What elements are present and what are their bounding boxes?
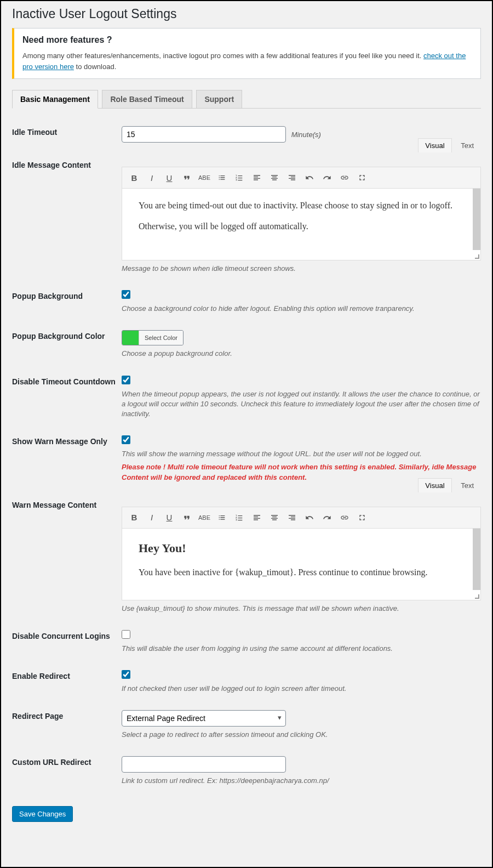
idle-message-label: Idle Message Content [12, 152, 122, 283]
color-picker[interactable]: Select Color [122, 330, 184, 345]
underline-icon[interactable]: U [162, 510, 177, 525]
idle-timeout-label: Idle Timeout [12, 120, 122, 152]
link-icon[interactable] [337, 510, 352, 525]
editor-toolbar: B I U ABE [122, 507, 480, 529]
align-center-icon[interactable] [267, 171, 282, 185]
tab-support[interactable]: Support [196, 90, 242, 109]
warn-message-label: Warn Message Content [12, 492, 122, 623]
fullscreen-icon[interactable] [354, 510, 370, 525]
align-right-icon[interactable] [284, 510, 300, 525]
fullscreen-icon[interactable] [354, 171, 370, 185]
popup-bg-label: Popup Background [12, 283, 122, 324]
redirect-page-select[interactable]: External Page Redirect [122, 710, 286, 727]
scrollbar[interactable] [473, 189, 480, 250]
popup-bg-desc: Choose a background color to hide after … [122, 304, 481, 314]
idle-message-desc: Message to be shown when idle timeout sc… [122, 264, 481, 274]
undo-icon[interactable] [302, 510, 317, 525]
disable-countdown-desc: When the timeout popup appears, the user… [122, 389, 481, 419]
nav-tabs: Basic Management Role Based Timeout Supp… [12, 90, 481, 109]
strikethrough-icon[interactable]: ABE [197, 171, 212, 185]
custom-url-desc: Link to custom url redirect. Ex: https:/… [122, 776, 481, 786]
bold-icon[interactable]: B [127, 510, 142, 525]
editor-toolbar: B I U ABE [122, 167, 480, 189]
idle-timeout-input[interactable] [122, 126, 286, 143]
align-right-icon[interactable] [284, 171, 300, 185]
bullet-list-icon[interactable] [214, 171, 230, 185]
enable-redirect-label: Enable Redirect [12, 663, 122, 704]
custom-url-input[interactable] [122, 756, 286, 773]
align-left-icon[interactable] [249, 171, 265, 185]
editor-tabs-idle: Visual Text [418, 138, 481, 152]
redo-icon[interactable] [319, 171, 335, 185]
show-warn-desc: This will show the warning message witho… [122, 449, 481, 459]
resize-handle[interactable] [473, 592, 479, 599]
numbered-list-icon[interactable] [232, 171, 247, 185]
align-center-icon[interactable] [267, 510, 282, 525]
warn-message-desc: Use {wakup_timout} to show minutes. This… [122, 604, 481, 614]
editor-tabs-warn: Visual Text [418, 478, 481, 492]
show-warn-label: Show Warn Message Only [12, 429, 122, 492]
custom-url-label: Custom URL Redirect [12, 750, 122, 796]
popup-bg-checkbox[interactable] [122, 290, 130, 299]
notice-heading: Need more features ? [22, 35, 472, 45]
page-title: Inactive User Logout Settings [12, 7, 481, 21]
select-color-button[interactable]: Select Color [139, 331, 183, 345]
quote-icon[interactable] [179, 171, 194, 185]
editor-tab-visual[interactable]: Visual [418, 138, 451, 152]
underline-icon[interactable]: U [162, 171, 177, 185]
popup-bg-color-desc: Choose a popup background color. [122, 349, 481, 359]
bold-icon[interactable]: B [127, 171, 142, 185]
numbered-list-icon[interactable] [232, 510, 247, 525]
tab-basic-management[interactable]: Basic Management [12, 90, 98, 109]
notice-text: Among many other features/enhancements, … [22, 50, 472, 72]
undo-icon[interactable] [302, 171, 317, 185]
link-icon[interactable] [337, 171, 352, 185]
popup-bg-color-label: Popup Background Color [12, 324, 122, 368]
redirect-page-desc: Select a page to redirect to after sessi… [122, 730, 481, 740]
editor-tab-text[interactable]: Text [454, 478, 481, 492]
redirect-page-label: Redirect Page [12, 704, 122, 750]
disable-countdown-checkbox[interactable] [122, 376, 130, 384]
warn-message-content[interactable]: Hey You! You have been inactive for {wak… [122, 529, 480, 600]
color-swatch [122, 331, 139, 345]
redo-icon[interactable] [319, 510, 335, 525]
scrollbar[interactable] [473, 529, 480, 590]
enable-redirect-checkbox[interactable] [122, 670, 130, 679]
quote-icon[interactable] [179, 510, 194, 525]
idle-timeout-unit: Minute(s) [291, 131, 321, 139]
align-left-icon[interactable] [249, 510, 265, 525]
disable-concurrent-label: Disable Concurrent Logins [12, 623, 122, 663]
resize-handle[interactable] [473, 252, 479, 259]
disable-countdown-label: Disable Timeout Countdown [12, 369, 122, 429]
save-changes-button[interactable]: Save Changes [12, 806, 73, 822]
disable-concurrent-desc: This will disable the user from logging … [122, 644, 481, 654]
editor-tab-visual[interactable]: Visual [418, 478, 451, 492]
strikethrough-icon[interactable]: ABE [197, 510, 212, 525]
enable-redirect-desc: If not checked then user will be logged … [122, 684, 481, 694]
show-warn-checkbox[interactable] [122, 435, 130, 444]
italic-icon[interactable]: I [144, 510, 159, 525]
idle-message-editor: B I U ABE You are bei [122, 167, 481, 260]
idle-message-content[interactable]: You are being timed-out out due to inact… [122, 189, 480, 260]
pro-notice: Need more features ? Among many other fe… [12, 28, 481, 79]
warn-message-editor: B I U ABE Hey You! [122, 507, 481, 600]
bullet-list-icon[interactable] [214, 510, 230, 525]
tab-role-based-timeout[interactable]: Role Based Timeout [102, 90, 192, 109]
italic-icon[interactable]: I [144, 171, 159, 185]
disable-concurrent-checkbox[interactable] [122, 630, 130, 639]
editor-tab-text[interactable]: Text [454, 138, 481, 152]
